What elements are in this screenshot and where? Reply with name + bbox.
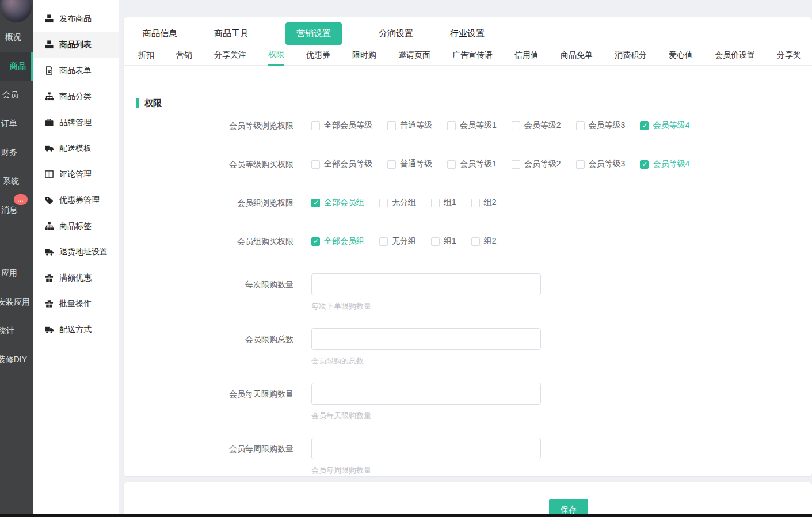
subtab-优惠券[interactable]: 优惠券	[306, 45, 330, 65]
rail-item-3[interactable]: 会员	[0, 81, 33, 109]
tab-商品信息[interactable]: 商品信息	[143, 22, 177, 45]
checkbox-无分组[interactable]: 无分组	[379, 236, 416, 246]
subtab-限时购[interactable]: 限时购	[352, 45, 376, 65]
sidebar-item-6[interactable]: 配送模板	[33, 135, 119, 161]
checkbox-全部会员等级[interactable]: 全部会员等级	[311, 120, 372, 131]
checkbox-会员等级1[interactable]: 会员等级1	[447, 159, 497, 169]
sidebar-item-9[interactable]: 商品标签	[33, 213, 119, 239]
会员限购总数-input[interactable]	[311, 328, 541, 350]
subtab-爱心值[interactable]: 爱心值	[669, 45, 693, 65]
checkbox-会员等级2[interactable]: 会员等级2	[512, 159, 561, 169]
checkbox-label: 会员等级3	[589, 120, 626, 131]
checkbox-rows: 会员等级浏览权限全部会员等级普通等级会员等级1会员等级2会员等级3会员等级4会员…	[136, 119, 812, 248]
subtab-信用值[interactable]: 信用值	[514, 45, 539, 65]
subtab-邀请页面[interactable]: 邀请页面	[398, 45, 430, 65]
rail-item-7[interactable]: 消息...	[0, 196, 33, 225]
rail-item-6[interactable]: 系统	[0, 167, 33, 196]
checkbox-会员等级4[interactable]: 会员等级4	[640, 159, 689, 169]
primary-nav-rail: 概况商品会员订单财务系统消息...应用安装应用统计装修DIY	[0, 0, 33, 517]
subtab-消费积分[interactable]: 消费积分	[615, 45, 647, 65]
checkbox-label: 会员等级4	[653, 159, 689, 169]
checkbox-组2[interactable]: 组2	[471, 236, 497, 246]
sidebar-item-12[interactable]: 批量操作	[33, 291, 119, 317]
section-header: 权限	[136, 98, 812, 108]
会员每周限购数量-input[interactable]	[311, 438, 541, 459]
rail-item-4[interactable]: 订单	[0, 109, 33, 138]
primary-nav-items: 概况商品会员订单财务系统消息...应用安装应用统计装修DIY	[0, 23, 33, 374]
checkbox-组2[interactable]: 组2	[471, 197, 497, 208]
sidebar-item-2[interactable]: 商品列表	[33, 32, 119, 58]
form-row-label: 每次限购数量	[136, 273, 293, 311]
form-row-label: 会员组购买权限	[136, 235, 293, 248]
checkbox-组1[interactable]: 组1	[431, 236, 456, 246]
subtab-折扣[interactable]: 折扣	[138, 45, 154, 65]
sidebar-item-4[interactable]: 商品分类	[33, 83, 119, 109]
checkbox-会员等级1[interactable]: 会员等级1	[447, 120, 497, 131]
checkbox-box	[387, 160, 396, 169]
tab-分润设置[interactable]: 分润设置	[379, 22, 413, 45]
tab-商品工具[interactable]: 商品工具	[214, 22, 249, 45]
rail-item-2[interactable]: 商品	[0, 52, 33, 81]
sidebar-item-10[interactable]: 退货地址设置	[33, 239, 119, 265]
tab-行业设置[interactable]: 行业设置	[450, 22, 485, 45]
subtab-会员价设置[interactable]: 会员价设置	[715, 45, 755, 65]
rail-item-10[interactable]: 统计	[0, 317, 33, 345]
sidebar-item-label: 商品列表	[59, 40, 92, 50]
bottom-edge-strip	[0, 514, 812, 517]
checkbox-全部会员等级[interactable]: 全部会员等级	[311, 159, 372, 169]
checkbox-无分组[interactable]: 无分组	[379, 197, 416, 208]
checkbox-组1[interactable]: 组1	[431, 197, 456, 208]
会员每天限购数量-input[interactable]	[311, 383, 541, 405]
panel-body: 权限 会员等级浏览权限全部会员等级普通等级会员等级1会员等级2会员等级3会员等级…	[124, 66, 812, 476]
section-title: 权限	[144, 98, 162, 109]
user-avatar[interactable]	[1, 0, 32, 22]
rail-item-11[interactable]: 装修DIY	[0, 345, 33, 374]
checkbox-group: 全部会员组无分组组1组2	[311, 197, 512, 208]
rail-item-5[interactable]: 财务	[0, 138, 33, 167]
checkbox-label: 普通等级	[400, 159, 432, 169]
checkbox-label: 组2	[484, 236, 497, 246]
cubes-icon	[44, 40, 54, 50]
checkbox-普通等级[interactable]: 普通等级	[387, 120, 432, 131]
rail-item-9[interactable]: 安装应用	[0, 288, 33, 317]
form-row-会员每天限购数量: 会员每天限购数量会员每天限购数量	[136, 383, 812, 421]
checkbox-全部会员组[interactable]: 全部会员组	[311, 197, 364, 208]
每次限购数量-input[interactable]	[311, 273, 541, 295]
sidebar-item-3[interactable]: 商品表单	[33, 58, 119, 83]
sidebar-item-11[interactable]: 满额优惠	[33, 265, 119, 291]
subtab-权限[interactable]: 权限	[268, 45, 284, 66]
rail-item-1[interactable]: 概况	[0, 23, 33, 52]
rail-item-label: 安装应用	[0, 297, 30, 307]
input-helper-text: 会员限购的总数	[311, 356, 541, 366]
subtab-商品免单[interactable]: 商品免单	[561, 45, 593, 65]
form-row-会员每周限购数量: 会员每周限购数量会员每周限购数量	[136, 438, 812, 476]
sidebar-item-1[interactable]: 发布商品	[33, 6, 119, 32]
file-x-icon	[44, 66, 54, 75]
checkbox-全部会员组[interactable]: 全部会员组	[311, 236, 364, 246]
sidebar-item-7[interactable]: 评论管理	[33, 161, 119, 187]
input-helper-text: 会员每天限购数量	[311, 410, 541, 421]
rail-item-8[interactable]: 应用	[0, 259, 33, 288]
checkbox-会员等级4[interactable]: 会员等级4	[640, 120, 689, 131]
subtab-营销[interactable]: 营销	[176, 45, 192, 65]
sidebar-item-13[interactable]: 配送方式	[33, 317, 119, 343]
subtab-广告宣传语[interactable]: 广告宣传语	[452, 45, 493, 65]
checkbox-box	[311, 237, 320, 246]
sidebar-item-8[interactable]: 优惠券管理	[33, 187, 119, 213]
checkbox-box	[512, 121, 520, 130]
checkbox-会员等级2[interactable]: 会员等级2	[512, 120, 561, 131]
checkbox-box	[311, 121, 320, 130]
form-row-label: 会员每天限购数量	[136, 383, 293, 421]
columns-icon	[44, 170, 54, 179]
checkbox-会员等级3[interactable]: 会员等级3	[576, 159, 626, 169]
checkbox-label: 组1	[444, 236, 456, 246]
input-field-wrap: 每次下单限购数量	[311, 273, 541, 311]
section-accent-bar	[136, 98, 139, 108]
checkbox-box	[640, 121, 649, 130]
subtab-分享关注[interactable]: 分享关注	[214, 45, 246, 65]
sidebar-item-5[interactable]: 品牌管理	[33, 109, 119, 135]
subtab-分享奖[interactable]: 分享奖	[777, 45, 801, 65]
tab-营销设置[interactable]: 营销设置	[285, 22, 342, 45]
checkbox-会员等级3[interactable]: 会员等级3	[576, 120, 626, 131]
checkbox-普通等级[interactable]: 普通等级	[387, 159, 432, 169]
